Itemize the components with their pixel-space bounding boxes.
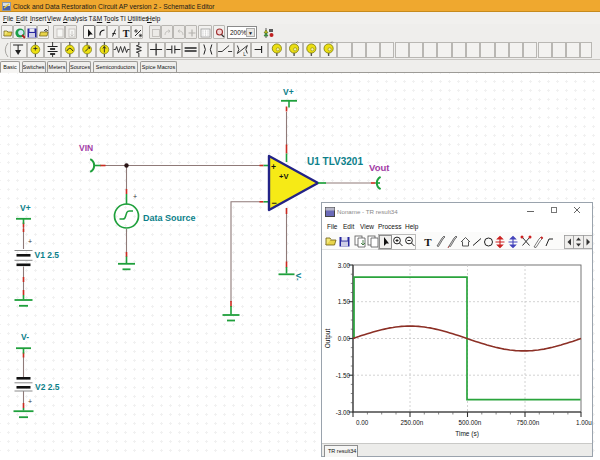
svg-text:V-: V- [294,273,303,281]
svg-text:750.00n: 750.00n [517,419,540,426]
svg-text:VIN: VIN [79,143,93,153]
svg-text:V+: V+ [283,87,294,97]
svg-text:500.00n: 500.00n [459,419,482,426]
svg-text:0.00: 0.00 [356,419,369,426]
svg-text:Data Source: Data Source [143,213,196,223]
svg-text:1.50: 1.50 [338,298,351,305]
svg-text:+: + [28,398,32,405]
svg-text:+V: +V [279,172,288,181]
svg-text:-1.50: -1.50 [336,372,351,379]
svg-text:+: + [28,238,32,245]
svg-text:3.00: 3.00 [338,262,351,269]
svg-text:U1 TLV3201: U1 TLV3201 [307,156,363,167]
svg-text:V+: V+ [20,203,31,213]
svg-text:V-: V- [21,332,29,342]
svg-text:-3.00: -3.00 [336,409,351,416]
svg-text:Time (s): Time (s) [455,430,479,438]
svg-text:Vout: Vout [369,162,390,173]
svg-text:+: + [133,193,137,200]
svg-text:V1 2.5: V1 2.5 [35,250,60,260]
svg-text:0.00: 0.00 [338,335,351,342]
svg-text:250.00n: 250.00n [401,419,424,426]
svg-text:Output: Output [324,329,332,349]
svg-text:−: − [272,198,277,208]
svg-text:+: + [271,162,276,172]
svg-text:V2 2.5: V2 2.5 [35,382,60,392]
svg-text:1.00u: 1.00u [576,419,592,426]
svg-text:T: T [424,236,432,248]
